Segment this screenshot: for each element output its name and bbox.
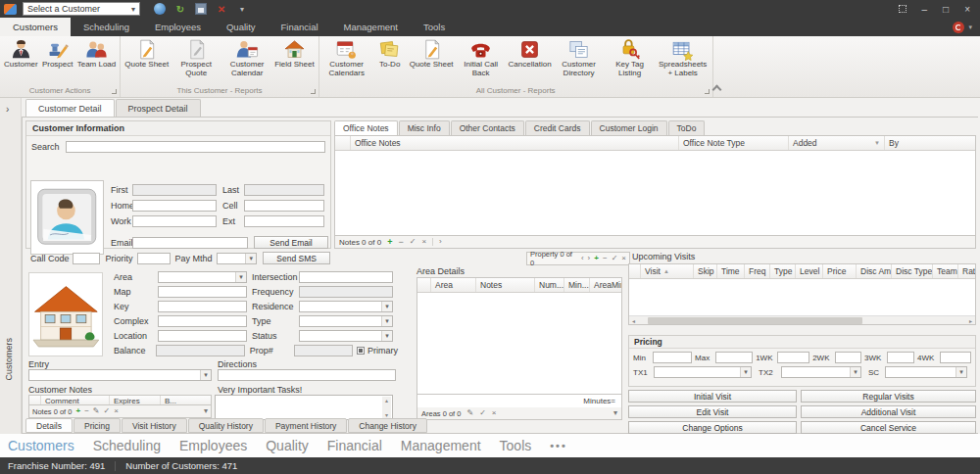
residence-select[interactable]: ▾ — [299, 301, 393, 312]
ribbon-tab-scheduling[interactable]: Scheduling — [71, 18, 142, 36]
add-icon[interactable]: + — [594, 255, 599, 262]
intersection-input[interactable] — [299, 271, 393, 283]
nav-quality[interactable]: Quality — [266, 438, 309, 453]
initial-call-back-button[interactable]: Initial Call Back — [456, 38, 507, 78]
regular-visits-button[interactable]: Regular Visits — [801, 390, 976, 403]
expand-panel-icon[interactable]: › — [6, 104, 9, 115]
directions-input[interactable] — [218, 369, 396, 381]
app-icon[interactable] — [4, 4, 17, 15]
cancel-icon[interactable]: × — [421, 238, 426, 246]
dock-tab-customers[interactable]: Customers — [4, 338, 14, 381]
accept-icon[interactable]: ✓ — [410, 238, 416, 246]
navigate-icon[interactable] — [154, 3, 166, 15]
prospect-quote-button[interactable]: Prospect Quote — [171, 38, 221, 78]
remove-icon[interactable]: − — [84, 407, 89, 415]
priority-input[interactable] — [137, 253, 171, 264]
col-visit[interactable]: Visit▲ — [641, 264, 694, 278]
col-area[interactable]: Area — [431, 278, 476, 292]
save-icon[interactable] — [195, 3, 207, 15]
col-skip[interactable]: Skip — [694, 264, 717, 278]
horizontal-scrollbar[interactable]: ◂ ▸ — [629, 315, 975, 324]
primary-checkbox[interactable] — [357, 347, 365, 355]
status-select[interactable]: ▾ — [299, 330, 393, 342]
ribbon-tab-customers[interactable]: Customers — [0, 18, 71, 36]
scroll-left-icon[interactable]: ◂ — [629, 317, 638, 324]
office-notes-grid-body[interactable] — [335, 151, 975, 235]
change-options-button[interactable]: Change Options — [628, 421, 797, 434]
ribbon-tab-tools[interactable]: Tools — [411, 18, 458, 36]
nav-tools[interactable]: Tools — [500, 438, 532, 453]
col-disc-type[interactable]: Disc Type — [892, 264, 933, 278]
additional-visit-button[interactable]: Additional Visit — [801, 405, 976, 418]
balance-input[interactable] — [156, 345, 245, 356]
wk1-input[interactable] — [777, 352, 809, 363]
remove-icon[interactable]: − — [603, 255, 608, 262]
next-page-icon[interactable]: › — [432, 238, 442, 246]
vit-textarea[interactable]: ▴ ▾ — [215, 395, 393, 420]
nav-financial[interactable]: Financial — [327, 438, 382, 453]
next-icon[interactable]: › — [588, 255, 591, 262]
tab-prospect-detail[interactable]: Prospect Detail — [116, 99, 201, 117]
work-input[interactable] — [132, 215, 217, 227]
customer-notes-grid[interactable]: Comment Expires B... Notes 0 of 0 + − ✎ … — [28, 395, 212, 418]
send-email-button[interactable]: Send Email — [254, 236, 328, 249]
col-min[interactable]: Min... — [564, 278, 590, 292]
quote-sheet-report-button[interactable]: Quote Sheet — [408, 38, 456, 70]
edit-icon[interactable]: ✎ — [93, 407, 100, 415]
dialog-launcher-icon[interactable] — [112, 89, 117, 94]
cancel-icon[interactable]: × — [621, 255, 626, 262]
customize-icon[interactable] — [899, 5, 906, 13]
edit-visit-button[interactable]: Edit Visit — [628, 405, 797, 418]
col-time[interactable]: Time — [717, 264, 745, 278]
cancel-icon[interactable]: × — [492, 409, 497, 417]
col-team[interactable]: Team — [933, 264, 958, 278]
col-freq[interactable]: Freq — [745, 264, 770, 278]
add-icon[interactable]: + — [75, 407, 80, 415]
dialog-launcher-icon[interactable] — [311, 89, 316, 94]
col-type[interactable]: Type — [770, 264, 796, 278]
nav-scheduling[interactable]: Scheduling — [93, 438, 161, 453]
chevron-down-icon[interactable]: ▾ — [613, 409, 617, 417]
nav-customers[interactable]: Customers — [8, 438, 74, 453]
ribbon-tab-quality[interactable]: Quality — [214, 18, 269, 36]
col-num[interactable]: Num... — [535, 278, 564, 292]
cancel-icon[interactable]: × — [114, 407, 119, 415]
pay-mthd-select[interactable]: ▾ — [217, 253, 258, 264]
tab-pricing[interactable]: Pricing — [74, 418, 121, 433]
sc-select[interactable]: ▾ — [885, 366, 967, 378]
collapse-ribbon-icon[interactable] — [711, 85, 721, 95]
key-input[interactable] — [158, 301, 247, 312]
customer-photo[interactable] — [30, 180, 104, 255]
search-input[interactable] — [66, 141, 325, 153]
tab-customer-login[interactable]: Customer Login — [591, 120, 667, 135]
close-button[interactable]: × — [964, 4, 970, 15]
ribbon-tab-employees[interactable]: Employees — [142, 18, 214, 36]
customer-selector[interactable]: Select a Customer ▾ — [23, 2, 140, 16]
remove-icon[interactable]: − — [398, 238, 403, 247]
max-input[interactable] — [715, 352, 753, 363]
customer-directory-button[interactable]: Customer Directory — [554, 38, 605, 78]
scroll-right-icon[interactable]: ▸ — [966, 317, 975, 324]
quote-sheet-button[interactable]: Quote Sheet — [122, 38, 171, 70]
map-input[interactable] — [158, 286, 247, 298]
customer-button[interactable]: Customer — [2, 38, 40, 70]
ribbon-tab-management[interactable]: Management — [331, 18, 411, 36]
scroll-down-icon[interactable]: ▾ — [385, 411, 388, 418]
accept-icon[interactable]: ✓ — [104, 407, 111, 415]
nav-employees[interactable]: Employees — [179, 438, 247, 453]
tab-office-notes[interactable]: Office Notes — [334, 120, 398, 135]
ribbon-tab-financial[interactable]: Financial — [269, 18, 331, 36]
property-photo[interactable] — [28, 272, 103, 356]
dialog-launcher-icon[interactable] — [705, 89, 710, 94]
location-input[interactable] — [158, 330, 247, 342]
toolbar-options-icon[interactable]: ▾ — [236, 3, 248, 15]
tab-change-history[interactable]: Change History — [348, 418, 427, 433]
scrollbar-thumb[interactable] — [648, 317, 862, 324]
customer-calendars-button[interactable]: Customer Calendars — [321, 38, 372, 78]
send-sms-button[interactable]: Send SMS — [263, 252, 330, 264]
wk4-input[interactable] — [940, 352, 971, 363]
home-input[interactable] — [132, 200, 217, 212]
frequency-input[interactable] — [299, 286, 393, 298]
tab-payment-history[interactable]: Payment History — [265, 418, 347, 433]
complex-input[interactable] — [158, 315, 247, 327]
